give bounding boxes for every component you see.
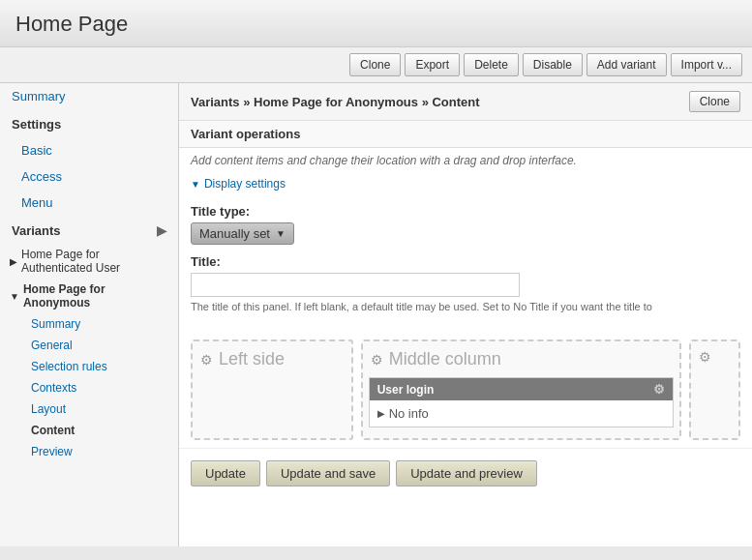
- title-type-arrow-icon: ▼: [276, 228, 286, 239]
- user-login-label: User login: [377, 383, 435, 397]
- import-toolbar-button[interactable]: Import v...: [671, 53, 742, 76]
- right-side-column: ⚙: [689, 339, 740, 440]
- title-hint: The title of this panel. If left blank, …: [191, 301, 723, 312]
- middle-column-header: ⚙ Middle column: [363, 341, 679, 377]
- variant-ops-description: Add content items and change their locat…: [179, 148, 752, 173]
- display-settings-toggle[interactable]: ▼ Display settings: [179, 173, 752, 194]
- left-side-header: ⚙ Left side: [193, 341, 351, 377]
- sidebar-submenu-contexts[interactable]: Contexts: [0, 377, 178, 398]
- variants-expand-icon: ▶: [157, 223, 166, 238]
- columns-area: ⚙ Left side ⚙ Middle column User login ⚙: [179, 332, 752, 448]
- sidebar-variant1-label: Home Page for Authenticated User: [21, 248, 168, 275]
- display-settings-label: Display settings: [204, 177, 286, 191]
- sidebar-item-basic[interactable]: Basic: [0, 137, 178, 163]
- sidebar-submenu-selection-rules[interactable]: Selection rules: [0, 356, 178, 377]
- content-area: Variants » Home Page for Anonymous » Con…: [179, 83, 752, 546]
- delete-toolbar-button[interactable]: Delete: [464, 53, 519, 76]
- sidebar-submenu-preview[interactable]: Preview: [0, 441, 178, 462]
- clone-toolbar-button[interactable]: Clone: [349, 53, 401, 76]
- main-layout: Summary Settings Basic Access Menu Varia…: [0, 83, 752, 546]
- sidebar-submenu-summary[interactable]: Summary: [0, 313, 178, 335]
- user-login-body: ▶ No info: [370, 400, 673, 427]
- user-login-gear-icon[interactable]: ⚙: [653, 382, 665, 397]
- sidebar-variant2-label: Home Page for Anonymous: [23, 282, 168, 309]
- update-preview-button[interactable]: Update and preview: [396, 460, 537, 486]
- play-icon: ▶: [377, 408, 385, 419]
- sidebar-item-menu[interactable]: Menu: [0, 190, 178, 216]
- left-side-gear-icon: ⚙: [200, 352, 213, 368]
- sidebar-variants-header: Variants ▶: [0, 216, 178, 244]
- variant-ops-label: Variant operations: [191, 127, 300, 141]
- variant1-arrow-icon: ▶: [10, 256, 17, 267]
- page-header: Home Page: [0, 0, 752, 47]
- right-side-header: ⚙: [691, 341, 738, 372]
- update-button[interactable]: Update: [191, 460, 260, 486]
- export-toolbar-button[interactable]: Export: [405, 53, 460, 76]
- clone-variant-button[interactable]: Clone: [689, 91, 740, 112]
- title-input-label: Title:: [191, 254, 740, 269]
- user-login-header: User login ⚙: [370, 378, 673, 400]
- variant-ops-bar: Variant operations: [179, 121, 752, 148]
- sidebar: Summary Settings Basic Access Menu Varia…: [0, 83, 179, 546]
- sidebar-item-summary[interactable]: Summary: [0, 83, 178, 109]
- sidebar-variant2-group[interactable]: ▼ Home Page for Anonymous: [0, 279, 178, 313]
- left-side-title: Left side: [219, 349, 285, 369]
- bottom-actions: Update Update and save Update and previe…: [179, 448, 752, 498]
- middle-column-title: Middle column: [389, 349, 501, 369]
- variant2-arrow-icon: ▼: [10, 291, 19, 302]
- sidebar-submenu-general[interactable]: General: [0, 335, 178, 356]
- form-section: Title type: Manually set ▼ Title: The ti…: [179, 194, 752, 332]
- title-input[interactable]: [191, 273, 520, 297]
- page-title: Home Page: [15, 12, 737, 37]
- sidebar-submenu-content[interactable]: Content: [0, 420, 178, 441]
- middle-column: ⚙ Middle column User login ⚙ ▶ No info: [361, 339, 681, 440]
- display-settings-arrow-icon: ▼: [191, 179, 200, 190]
- middle-gear-icon: ⚙: [371, 352, 383, 368]
- add-variant-toolbar-button[interactable]: Add variant: [587, 53, 667, 76]
- variants-label: Variants: [12, 223, 61, 238]
- sidebar-settings-header: Settings: [0, 109, 178, 137]
- left-side-column: ⚙ Left side: [191, 339, 353, 440]
- title-type-dropdown[interactable]: Manually set ▼: [191, 222, 294, 245]
- breadcrumb-bar: Variants » Home Page for Anonymous » Con…: [179, 83, 752, 121]
- user-login-info: No info: [389, 406, 429, 421]
- disable-toolbar-button[interactable]: Disable: [523, 53, 583, 76]
- user-login-block: User login ⚙ ▶ No info: [369, 377, 674, 427]
- title-type-value: Manually set: [199, 226, 270, 241]
- update-save-button[interactable]: Update and save: [266, 460, 390, 486]
- sidebar-item-access[interactable]: Access: [0, 163, 178, 190]
- sidebar-variant1-group[interactable]: ▶ Home Page for Authenticated User: [0, 244, 178, 279]
- top-toolbar: Clone Export Delete Disable Add variant …: [0, 47, 752, 83]
- title-type-label: Title type:: [191, 204, 740, 219]
- sidebar-submenu-layout[interactable]: Layout: [0, 398, 178, 420]
- breadcrumb: Variants » Home Page for Anonymous » Con…: [191, 95, 480, 109]
- right-side-gear-icon: ⚙: [699, 349, 711, 365]
